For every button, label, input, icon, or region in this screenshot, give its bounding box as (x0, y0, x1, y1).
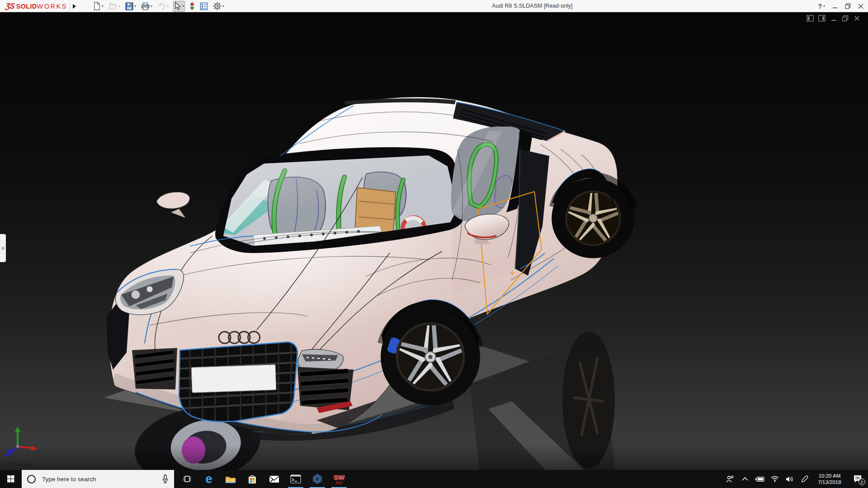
store-icon (248, 474, 257, 484)
file-properties-icon (200, 2, 208, 10)
taskbar-search-input[interactable]: Type here to search (22, 470, 174, 488)
close-button[interactable] (858, 4, 863, 9)
triad-y-axis (15, 427, 20, 446)
hexagon-app-button[interactable] (307, 470, 328, 488)
view-orientation-label: *Dimetric (6, 461, 32, 468)
pane-toggle-left-button[interactable] (806, 14, 814, 22)
options-button[interactable]: ▾ (212, 1, 225, 12)
action-center-button[interactable]: 2 (847, 470, 868, 488)
menu-flyout-button[interactable] (70, 0, 79, 12)
people-button[interactable] (722, 470, 737, 488)
new-document-icon (93, 2, 101, 10)
undo-button[interactable]: ▾ (157, 1, 169, 12)
front-grille (179, 340, 298, 422)
graphics-area[interactable]: *Dimetric (0, 12, 868, 470)
task-view-icon (183, 475, 192, 483)
taskbar-apps: e (176, 470, 350, 488)
minimize-icon (832, 4, 838, 9)
quick-access-toolbar: ▾ ▾ ▾ ▾ (92, 0, 225, 12)
open-button[interactable]: ▾ (108, 1, 121, 12)
document-title: Audi R8 S.SLDASM [Read-only] (492, 3, 573, 9)
mail-button[interactable] (263, 470, 285, 488)
tray-overflow-button[interactable] (737, 470, 752, 488)
rebuild-button[interactable] (189, 1, 195, 12)
minimize-icon (830, 15, 837, 22)
doc-close-button[interactable] (853, 14, 861, 22)
wifi-button[interactable] (767, 470, 782, 488)
edge-icon: e (205, 473, 212, 485)
wifi-icon (771, 476, 779, 482)
mail-icon (269, 475, 279, 483)
notification-badge: 2 (859, 479, 865, 485)
clock[interactable]: 10:20 AM 7/13/2018 (812, 473, 847, 485)
chevron-up-icon (742, 477, 748, 481)
help-button[interactable]: ?▾ (818, 3, 825, 10)
battery-button[interactable] (752, 470, 767, 488)
ds-mark-icon: ƷS (5, 2, 15, 11)
battery-icon (755, 476, 765, 482)
windows-taskbar: Type here to search e (0, 470, 868, 488)
pen-button[interactable] (797, 470, 812, 488)
brand-bold: SOLID (16, 3, 37, 10)
doc-minimize-button[interactable] (830, 14, 837, 22)
volume-icon (786, 476, 794, 483)
pen-icon (801, 475, 808, 483)
clock-time: 10:20 AM (812, 473, 847, 479)
system-tray: 10:20 AM 7/13/2018 2 (722, 470, 868, 488)
select-tool-button[interactable]: ▾ (173, 1, 185, 12)
document-window-controls (806, 14, 861, 22)
task-view-button[interactable] (176, 470, 198, 488)
solidworks-app-icon: SW 2017 (334, 474, 344, 484)
volume-button[interactable] (782, 470, 797, 488)
file-properties-button[interactable] (199, 1, 208, 12)
left-intake (132, 348, 177, 389)
restore-button[interactable] (845, 3, 851, 9)
pane-toggle-right-button[interactable] (818, 14, 826, 22)
search-placeholder: Type here to search (42, 476, 162, 483)
scene-root (0, 12, 868, 470)
rebuild-stoplight-icon (189, 2, 195, 10)
restore-icon (845, 3, 851, 9)
3d-scene[interactable] (0, 12, 868, 470)
print-button[interactable]: ▾ (141, 1, 153, 12)
pane-right-icon (818, 15, 826, 22)
windows-logo-icon (7, 475, 14, 483)
save-floppy-icon (125, 2, 133, 10)
microphone-icon[interactable] (162, 474, 169, 483)
start-button[interactable] (0, 470, 22, 488)
right-intake (297, 367, 354, 413)
clock-date: 7/13/2018 (812, 479, 847, 485)
pane-left-icon (807, 15, 814, 22)
cursor-arrow-icon (174, 2, 181, 10)
window-controls: ?▾ (818, 0, 863, 12)
close-icon (854, 15, 860, 21)
titlebar: ƷS SOLID WORKS ▾ ▾ ▾ (0, 0, 868, 12)
print-icon (141, 2, 150, 10)
store-button[interactable] (241, 470, 263, 488)
edge-button[interactable]: e (198, 470, 220, 488)
orientation-triad (3, 426, 44, 460)
hexagon-app-icon (312, 474, 323, 484)
command-prompt-icon (290, 474, 301, 483)
doc-restore-button[interactable] (841, 14, 849, 22)
solidworks-app-button[interactable]: SW 2017 (328, 470, 350, 488)
triad-z-axis (6, 446, 18, 456)
people-icon (726, 475, 734, 483)
restore-icon (842, 15, 849, 22)
new-document-button[interactable]: ▾ (92, 1, 104, 12)
file-explorer-button[interactable] (220, 470, 241, 488)
play-arrow-icon (73, 4, 76, 9)
brand-light: WORKS (37, 3, 67, 10)
feature-manager-collapsed-tab[interactable] (0, 234, 6, 262)
license-plate (191, 365, 276, 393)
minimize-button[interactable] (832, 4, 838, 9)
file-explorer-icon (225, 475, 236, 483)
open-folder-icon (108, 2, 118, 10)
undo-arrow-icon (157, 2, 166, 10)
expand-handle-icon (1, 247, 5, 250)
save-button[interactable]: ▾ (125, 1, 137, 12)
solidworks-logo: ƷS SOLID WORKS (5, 0, 67, 12)
close-icon (858, 4, 863, 9)
cortana-icon (27, 475, 36, 483)
command-prompt-button[interactable] (285, 470, 307, 488)
